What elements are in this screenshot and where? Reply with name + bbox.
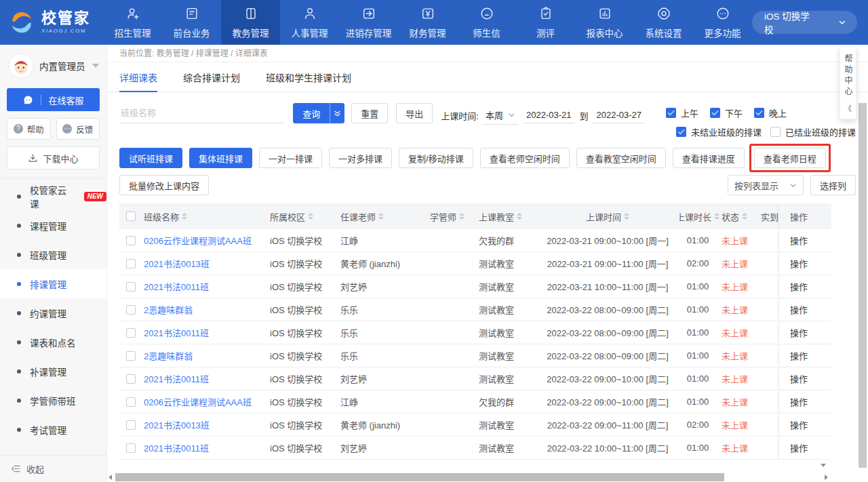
row-action-button[interactable]: 操作 (778, 390, 831, 413)
tab[interactable]: 班级和学生排课计划 (266, 62, 351, 92)
date-to-input[interactable]: 2022-03-27 (593, 107, 645, 123)
filter-checkbox[interactable]: 晚上 (754, 106, 787, 119)
feedback-button[interactable]: ··· 反馈 (56, 118, 100, 140)
nav-item[interactable]: 人事管理 (280, 0, 339, 45)
action-button[interactable]: 一对一排课 (259, 148, 322, 168)
filter-checkbox[interactable]: 已结业班级的排课 (770, 125, 856, 138)
sort-icon[interactable] (182, 213, 187, 220)
display-mode-select[interactable]: 按列表显示 (728, 175, 804, 195)
header-cell[interactable]: 任课老师 (340, 203, 430, 229)
collapse-sidebar-button[interactable]: 收起 (0, 455, 106, 482)
nav-item[interactable]: 师生信 (457, 0, 516, 45)
row-checkbox[interactable] (126, 351, 136, 361)
sidebar-item[interactable]: 补课管理 (0, 357, 106, 386)
nav-item[interactable]: 前台业务 (162, 0, 221, 45)
sort-icon[interactable] (714, 213, 719, 220)
action-button[interactable]: 集体班排课 (189, 148, 252, 168)
sidebar-item[interactable]: 排课管理 (0, 269, 106, 298)
row-checkbox[interactable] (126, 305, 136, 315)
export-button[interactable]: 导出 (396, 103, 433, 123)
class-link[interactable]: 2021书法0011班 (144, 437, 270, 459)
sort-icon[interactable] (378, 213, 384, 220)
sort-icon[interactable] (459, 213, 465, 220)
class-name-input[interactable] (119, 103, 283, 123)
sidebar-item[interactable]: 校管家云课NEW (0, 182, 106, 211)
query-dropdown-button[interactable] (330, 103, 344, 123)
class-link[interactable]: 2恶趣味群翁 (144, 298, 270, 321)
period-select[interactable]: 本周 (483, 106, 518, 125)
nav-item[interactable]: 进销存管理 (339, 0, 398, 45)
action-button[interactable]: 试听班排课 (119, 148, 182, 168)
row-action-button[interactable]: 操作 (778, 414, 831, 436)
action-button[interactable]: 查看排课进度 (673, 148, 745, 168)
sort-icon[interactable] (742, 213, 747, 220)
scroll-down-arrow[interactable] (821, 464, 826, 467)
header-cell[interactable]: 上课教室 (479, 203, 541, 229)
class-link[interactable]: 2恶趣味群翁 (144, 344, 270, 367)
online-service-button[interactable]: 在线客服 (7, 88, 100, 111)
sidebar-item[interactable]: 班级管理 (0, 240, 106, 269)
sort-icon[interactable] (624, 213, 629, 220)
filter-checkbox[interactable]: 下午 (710, 106, 743, 119)
class-link[interactable]: 0206云作业课程测试AAA班 (144, 229, 270, 252)
row-checkbox[interactable] (126, 259, 136, 268)
row-action-button[interactable]: 操作 (778, 298, 831, 321)
row-checkbox[interactable] (126, 443, 136, 453)
tab[interactable]: 综合排课计划 (183, 62, 240, 92)
sidebar-item[interactable]: 课表和点名 (0, 327, 106, 357)
class-link[interactable]: 2021书法0011班 (144, 275, 270, 298)
nav-item[interactable]: 财务管理 (398, 0, 457, 45)
action-button[interactable]: 查看老师日程 (754, 148, 826, 168)
select-all-checkbox[interactable] (126, 212, 136, 221)
tab[interactable]: 详细课表 (119, 62, 157, 92)
nav-item[interactable]: 报表中心 (575, 0, 634, 45)
row-checkbox[interactable] (126, 282, 136, 292)
header-cell[interactable]: 上课时长 (679, 203, 722, 229)
row-action-button[interactable]: 操作 (778, 344, 831, 367)
scroll-left-arrow[interactable] (108, 475, 112, 480)
sort-icon[interactable] (517, 213, 522, 220)
sidebar-item[interactable]: 约课管理 (0, 298, 106, 327)
action-button[interactable]: 一对多排课 (329, 148, 392, 168)
sidebar-item[interactable]: 学管师带班 (0, 386, 106, 415)
date-from-input[interactable]: 2022-03-21 (523, 107, 575, 123)
row-action-button[interactable]: 操作 (778, 275, 831, 298)
download-center-button[interactable]: 下载中心 (7, 146, 100, 169)
filter-checkbox[interactable]: 上午 (666, 106, 698, 119)
horizontal-scroll-thumb[interactable] (115, 473, 724, 481)
vertical-scroll-thumb[interactable] (859, 103, 867, 468)
row-action-button[interactable]: 操作 (778, 367, 831, 390)
class-link[interactable]: 0206云作业课程测试AAA班 (144, 390, 270, 413)
select-columns-button[interactable]: 选择列 (810, 175, 856, 195)
nav-item[interactable]: 教务管理 (221, 0, 280, 45)
help-button[interactable]: ? 帮助 (7, 118, 51, 140)
scroll-right-arrow[interactable] (825, 475, 828, 480)
action-button[interactable]: 查看老师空闲时间 (480, 148, 570, 168)
header-cell[interactable]: 所属校区 (270, 203, 340, 229)
action-button[interactable]: 查看教室空闲时间 (576, 148, 666, 168)
sidebar-item[interactable]: 考试管理 (0, 415, 106, 444)
class-link[interactable]: 2021书法0013班 (144, 414, 270, 436)
header-cell[interactable]: 班级名称 (144, 203, 270, 229)
class-link[interactable]: 2021书法0011班 (144, 367, 270, 390)
class-link[interactable]: 2021书法0013班 (144, 252, 270, 275)
sort-icon[interactable] (308, 213, 313, 220)
nav-item[interactable]: 更多功能 (693, 0, 752, 45)
query-button[interactable]: 查询 (293, 103, 330, 123)
filter-checkbox[interactable]: 未结业班级的排课 (676, 125, 762, 138)
row-checkbox[interactable] (126, 397, 136, 407)
row-action-button[interactable]: 操作 (778, 229, 831, 252)
row-action-button[interactable]: 操作 (778, 321, 831, 344)
row-checkbox[interactable] (126, 236, 136, 245)
nav-item[interactable]: 系统设置 (634, 0, 693, 45)
header-cell[interactable]: 学管师 (430, 203, 479, 229)
nav-item[interactable]: 招生管理 (103, 0, 162, 45)
row-checkbox[interactable] (126, 374, 136, 384)
class-link[interactable]: 2021书法0011班 (144, 321, 270, 344)
batch-edit-button[interactable]: 批量修改上课内容 (119, 175, 209, 195)
action-button[interactable]: 复制/移动排课 (399, 148, 473, 168)
row-checkbox[interactable] (126, 420, 136, 430)
nav-item[interactable]: 测评 (516, 0, 575, 45)
reset-button[interactable]: 重置 (351, 103, 388, 123)
user-menu[interactable]: 内置管理员 (0, 45, 106, 84)
